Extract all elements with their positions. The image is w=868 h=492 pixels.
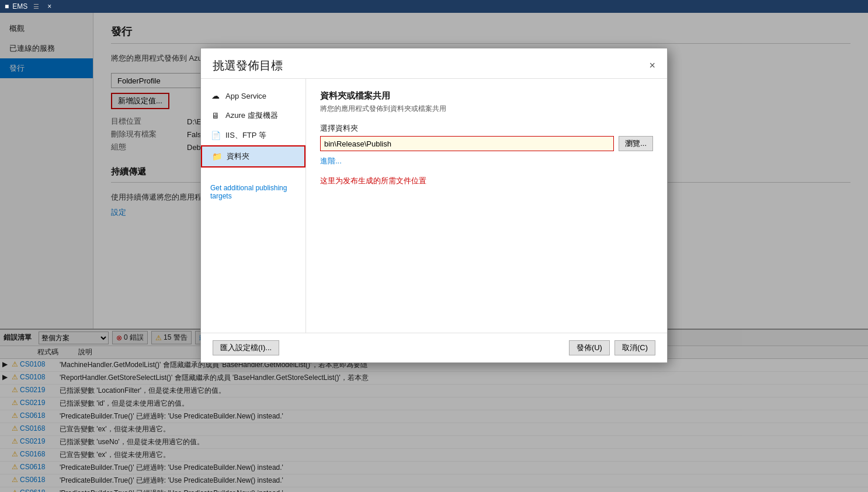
modal-sidebar-folder[interactable]: 📁 資料夾 (201, 145, 305, 168)
folder-label: 資料夾 (227, 151, 249, 162)
modal-overlay: 挑選發佈目標 × ☁ App Service 🖥 Azure 虛擬機器 📄 II… (0, 13, 868, 492)
modal-right-title: 資料夾或檔案共用 (320, 90, 653, 102)
folder-input-label: 選擇資料夾 (320, 123, 653, 134)
title-icon: ■ (5, 2, 9, 11)
azure-vm-label: Azure 虛擬機器 (225, 110, 278, 121)
title-label: EMS (12, 2, 27, 11)
annotation-text: 这里为发布生成的所需文件位置 (320, 176, 653, 186)
modal-publish-button[interactable]: 發佈(U) (569, 340, 610, 355)
app-service-icon: ☁ (210, 90, 221, 101)
iis-ftp-icon: 📄 (210, 130, 221, 141)
more-link[interactable]: 進階... (320, 156, 342, 165)
publish-target-modal: 挑選發佈目標 × ☁ App Service 🖥 Azure 虛擬機器 📄 II… (200, 48, 668, 363)
folder-icon: 📁 (211, 151, 222, 162)
get-targets-link[interactable]: Get additional publishing targets (201, 179, 305, 205)
modal-close-button[interactable]: × (649, 60, 655, 72)
modal-sidebar-azure-vm[interactable]: 🖥 Azure 虛擬機器 (201, 106, 305, 125)
iis-ftp-label: IIS、FTP 等 (225, 130, 266, 141)
modal-sidebar: ☁ App Service 🖥 Azure 虛擬機器 📄 IIS、FTP 等 📁… (201, 79, 306, 333)
title-pin: ☰ (33, 3, 39, 11)
azure-vm-icon: 🖥 (210, 110, 221, 121)
modal-title: 挑選發佈目標 (213, 58, 283, 74)
modal-right-content: 資料夾或檔案共用 將您的應用程式發佈到資料夾或檔案共用 選擇資料夾 瀏覽... … (306, 79, 667, 333)
import-settings-button[interactable]: 匯入設定檔(I)... (213, 340, 279, 355)
modal-sidebar-app-service[interactable]: ☁ App Service (201, 86, 305, 106)
modal-right-desc: 將您的應用程式發佈到資料夾或檔案共用 (320, 104, 653, 114)
modal-footer: 匯入設定檔(I)... 發佈(U) 取消(C) (201, 333, 667, 362)
folder-input[interactable] (320, 136, 614, 151)
modal-body: ☁ App Service 🖥 Azure 虛擬機器 📄 IIS、FTP 等 📁… (201, 79, 667, 333)
folder-row: 瀏覽... (320, 136, 653, 151)
modal-sidebar-iis-ftp[interactable]: 📄 IIS、FTP 等 (201, 125, 305, 145)
app-service-label: App Service (225, 92, 266, 100)
title-bar: ■ EMS ☰ × (0, 0, 868, 13)
footer-right: 發佈(U) 取消(C) (569, 340, 655, 355)
modal-cancel-button[interactable]: 取消(C) (614, 340, 655, 355)
footer-left: 匯入設定檔(I)... (213, 340, 279, 355)
browse-button[interactable]: 瀏覽... (619, 136, 653, 151)
modal-header: 挑選發佈目標 × (201, 48, 667, 79)
title-close[interactable]: × (47, 2, 51, 11)
